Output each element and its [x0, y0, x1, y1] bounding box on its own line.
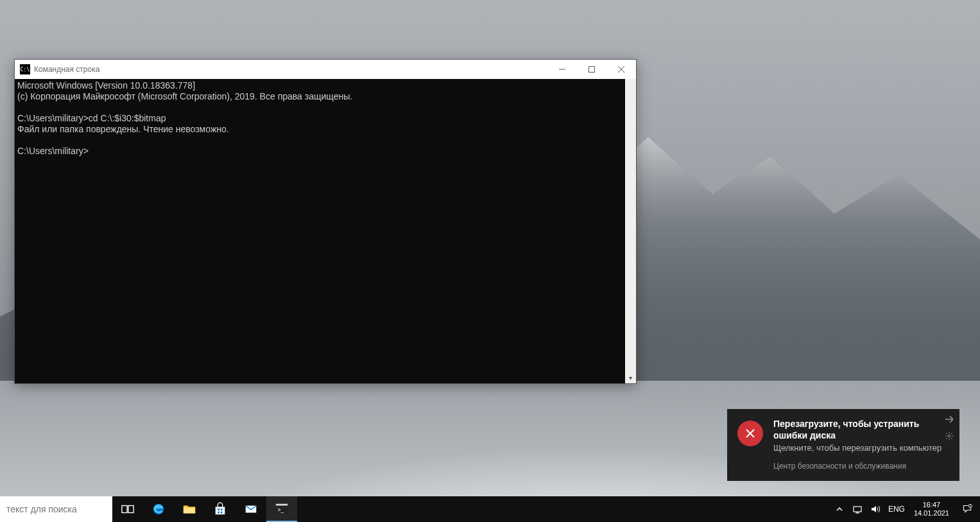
- terminal-line: Файл или папка повреждены. Чтение невозм…: [17, 124, 229, 134]
- svg-rect-12: [218, 509, 219, 510]
- svg-rect-10: [184, 508, 195, 513]
- svg-rect-11: [216, 507, 225, 514]
- taskbar-app-store[interactable]: [205, 496, 236, 522]
- svg-rect-8: [128, 506, 133, 513]
- svg-rect-7: [122, 506, 127, 513]
- notification-toast[interactable]: Перезагрузите, чтобы устранить ошибки ди…: [727, 409, 959, 481]
- tray-clock[interactable]: 16:47 14.01.2021: [909, 496, 954, 522]
- svg-rect-13: [221, 509, 223, 510]
- notification-count: 1: [969, 505, 971, 508]
- svg-rect-15: [221, 512, 223, 514]
- error-icon: [737, 421, 763, 446]
- task-view-button[interactable]: [112, 496, 143, 522]
- scroll-down-icon[interactable]: ▾: [625, 372, 636, 383]
- maximize-button[interactable]: [577, 60, 606, 79]
- svg-rect-1: [589, 67, 595, 73]
- cmd-icon: C:\: [20, 64, 30, 74]
- terminal-line: C:\Users\military>: [17, 146, 89, 156]
- terminal-line: (c) Корпорация Майкрософт (Microsoft Cor…: [17, 91, 352, 101]
- action-center-button[interactable]: 1: [954, 496, 980, 522]
- terminal-line: C:\Users\military>cd C:\:$i30:$bitmap: [17, 113, 166, 123]
- taskbar[interactable]: >_ ENG 16:47 14.01.2021 1: [0, 496, 980, 522]
- command-prompt-window[interactable]: C:\ Командная строка Microsoft Windows […: [14, 59, 637, 384]
- tray-network-icon[interactable]: [848, 496, 866, 522]
- search-input[interactable]: [0, 496, 112, 522]
- svg-rect-20: [854, 507, 861, 512]
- tray-date: 14.01.2021: [914, 509, 949, 518]
- notification-title: Перезагрузите, чтобы устранить ошибки ди…: [773, 418, 950, 441]
- taskbar-app-mail[interactable]: [236, 496, 266, 522]
- window-title: Командная строка: [34, 65, 99, 74]
- terminal-output[interactable]: Microsoft Windows [Version 10.0.18363.77…: [15, 79, 636, 383]
- taskbar-app-cmd[interactable]: >_: [266, 496, 297, 522]
- notification-dismiss-button[interactable]: [943, 413, 956, 426]
- taskbar-app-explorer[interactable]: [174, 496, 205, 522]
- desktop[interactable]: C:\ Командная строка Microsoft Windows […: [0, 0, 980, 522]
- svg-rect-18: [276, 504, 288, 506]
- notification-settings-button[interactable]: [943, 430, 956, 442]
- window-titlebar[interactable]: C:\ Командная строка: [15, 60, 636, 79]
- svg-rect-14: [218, 512, 219, 514]
- tray-overflow-button[interactable]: [830, 496, 848, 522]
- close-button[interactable]: [606, 60, 636, 79]
- terminal-line: Microsoft Windows [Version 10.0.18363.77…: [17, 80, 195, 91]
- taskbar-app-edge[interactable]: [143, 496, 174, 522]
- tray-language-indicator[interactable]: ENG: [884, 496, 909, 522]
- tray-time: 16:47: [923, 501, 941, 509]
- svg-text:>_: >_: [278, 507, 284, 513]
- notification-source: Центр безопасности и обслуживания: [773, 460, 950, 472]
- notification-subtitle: Щелкните, чтобы перезагрузить компьютер: [773, 442, 950, 454]
- svg-point-6: [948, 435, 950, 437]
- tray-volume-icon[interactable]: [866, 496, 884, 522]
- terminal-scrollbar[interactable]: ▾: [625, 79, 636, 383]
- minimize-button[interactable]: [547, 60, 577, 79]
